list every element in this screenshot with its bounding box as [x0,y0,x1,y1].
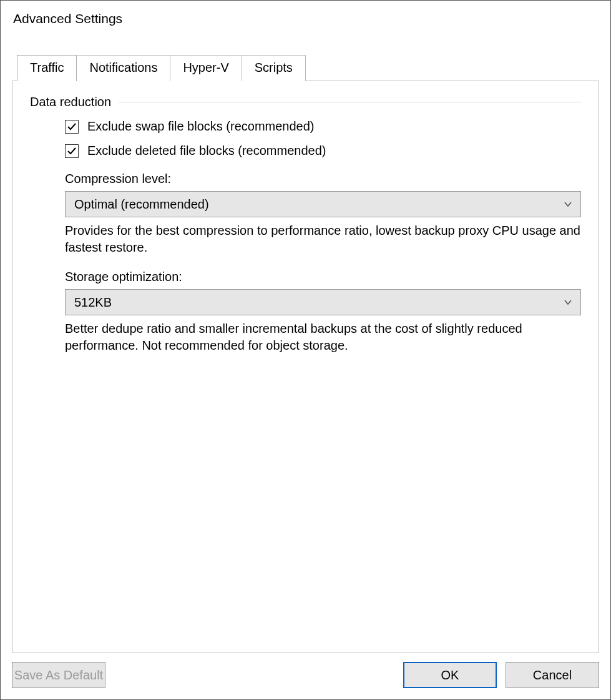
tab-label: Notifications [89,61,157,74]
tab-label: Scripts [255,61,293,74]
group-header-data-reduction: Data reduction [30,95,581,109]
storage-optimization-hint: Better dedupe ratio and smaller incremen… [65,320,581,354]
storage-optimization-dropdown[interactable]: 512KB [65,289,581,315]
dropdown-value: 512KB [74,295,562,310]
dropdown-value: Optimal (recommended) [74,197,562,212]
checkbox-label: Exclude deleted file blocks (recommended… [87,144,326,158]
group-label: Data reduction [30,95,111,109]
button-label: Save As Default [14,668,103,683]
storage-optimization-label: Storage optimization: [65,270,581,284]
close-button[interactable] [573,4,603,34]
button-label: OK [441,668,459,683]
cancel-button[interactable]: Cancel [506,662,599,688]
tab-scripts[interactable]: Scripts [242,55,306,81]
compression-level-dropdown[interactable]: Optimal (recommended) [65,191,581,217]
ok-button[interactable]: OK [403,662,497,688]
checkbox-icon [65,120,79,134]
advanced-settings-dialog: Advanced Settings Traffic Notifications … [0,0,611,700]
tabstrip: Traffic Notifications Hyper-V Scripts [12,54,599,81]
button-label: Cancel [533,668,572,683]
checkbox-label: Exclude swap file blocks (recommended) [87,119,315,134]
tabpanel-traffic: Data reduction Exclude swap file blocks … [12,81,599,653]
group-divider [119,102,581,102]
tab-notifications[interactable]: Notifications [76,55,170,81]
compression-level-hint: Provides for the best compression to per… [65,222,581,256]
checkbox-icon [65,144,79,158]
tab-traffic[interactable]: Traffic [17,55,77,81]
checkbox-exclude-deleted[interactable]: Exclude deleted file blocks (recommended… [65,144,581,158]
tab-hyper-v[interactable]: Hyper-V [170,55,242,81]
tab-label: Hyper-V [183,61,228,74]
chevron-down-icon [562,296,574,308]
group-body: Exclude swap file blocks (recommended) E… [30,119,581,354]
dialog-button-row: Save As Default OK Cancel [12,662,599,688]
tab-label: Traffic [30,61,64,74]
chevron-down-icon [562,198,574,210]
window-title: Advanced Settings [13,11,573,26]
titlebar: Advanced Settings [1,1,610,37]
checkbox-exclude-swap[interactable]: Exclude swap file blocks (recommended) [65,119,581,134]
compression-level-label: Compression level: [65,172,581,186]
save-as-default-button: Save As Default [12,662,105,688]
client-area: Traffic Notifications Hyper-V Scripts Da… [1,37,610,699]
